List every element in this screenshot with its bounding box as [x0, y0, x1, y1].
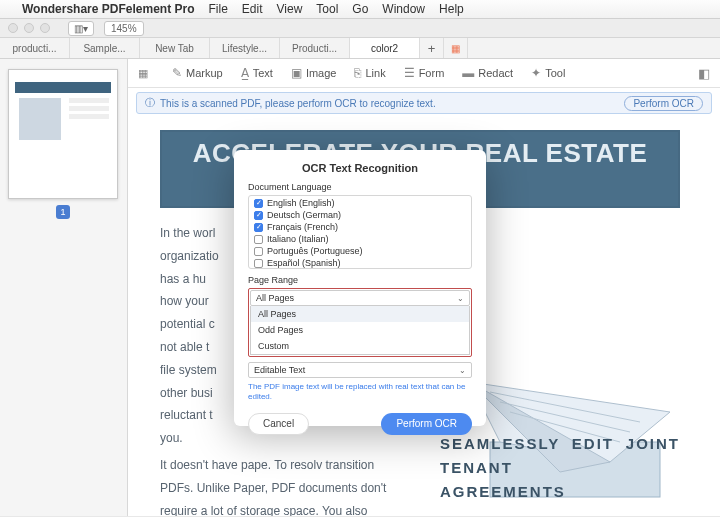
lang-option[interactable]: ✓Deutsch (German): [249, 209, 471, 221]
output-mode-hint: The PDF image text will be replaced with…: [248, 382, 472, 403]
page-thumbnail[interactable]: [8, 69, 118, 199]
redact-icon: ▬: [462, 66, 474, 80]
range-option[interactable]: Custom: [251, 338, 469, 354]
page-range-dropdown: All Pages Odd Pages Custom: [250, 306, 470, 355]
form-icon: ☰: [404, 66, 415, 80]
menu-window[interactable]: Window: [382, 2, 425, 16]
main-toolbar: ▦ ✎Markup A̲Text ▣Image ⎘Link ☰Form ▬Red…: [128, 59, 720, 88]
menu-edit[interactable]: Edit: [242, 2, 263, 16]
ocr-notice-text: This is a scanned PDF, please perform OC…: [160, 98, 436, 109]
tab-doc[interactable]: Lifestyle...: [210, 38, 280, 58]
page-range-select[interactable]: All Pages ⌄: [250, 290, 470, 306]
range-option[interactable]: Odd Pages: [251, 322, 469, 338]
markup-tool[interactable]: ✎Markup: [172, 66, 223, 80]
doc-subhead: SEAMLESSLY EDIT JOINT TENANT AGREEMENTS: [440, 432, 680, 504]
panel-toggle-icon[interactable]: ◧: [698, 66, 710, 81]
ocr-notice-banner: ⓘ This is a scanned PDF, please perform …: [136, 92, 712, 114]
dialog-title: OCR Text Recognition: [248, 162, 472, 174]
menu-view[interactable]: View: [277, 2, 303, 16]
lang-option[interactable]: ✓Français (French): [249, 221, 471, 233]
image-tool[interactable]: ▣Image: [291, 66, 337, 80]
macos-menubar: Wondershare PDFelement Pro File Edit Vie…: [0, 0, 720, 19]
perform-ocr-pill[interactable]: Perform OCR: [624, 96, 703, 111]
range-option[interactable]: All Pages: [251, 306, 469, 322]
cancel-button[interactable]: Cancel: [248, 413, 309, 435]
language-list[interactable]: ✓English (English) ✓Deutsch (German) ✓Fr…: [248, 195, 472, 269]
zoom-level[interactable]: 145%: [104, 21, 144, 36]
app-grid-icon[interactable]: ▦: [444, 38, 468, 58]
app-name[interactable]: Wondershare PDFelement Pro: [22, 2, 195, 16]
document-tabs: producti... Sample... New Tab Lifestyle.…: [0, 38, 720, 59]
redact-tool[interactable]: ▬Redact: [462, 66, 513, 80]
menu-tool[interactable]: Tool: [316, 2, 338, 16]
tab-doc[interactable]: Sample...: [70, 38, 140, 58]
checkbox-icon[interactable]: ✓: [254, 223, 263, 232]
toolbox-icon: ✦: [531, 66, 541, 80]
menu-file[interactable]: File: [209, 2, 228, 16]
lang-option[interactable]: Italiano (Italian): [249, 233, 471, 245]
page-range-label: Page Range: [248, 275, 472, 285]
text-icon: A̲: [241, 66, 249, 80]
chevron-down-icon: ⌄: [457, 294, 464, 303]
pen-icon: ✎: [172, 66, 182, 80]
close-icon[interactable]: [8, 23, 18, 33]
checkbox-icon[interactable]: ✓: [254, 199, 263, 208]
fullscreen-icon[interactable]: [40, 23, 50, 33]
menu-go[interactable]: Go: [352, 2, 368, 16]
minimize-icon[interactable]: [24, 23, 34, 33]
lang-option[interactable]: Español (Spanish): [249, 257, 471, 269]
ocr-dialog: OCR Text Recognition Document Language ✓…: [234, 150, 486, 426]
chevron-down-icon: ⌄: [459, 366, 466, 375]
lang-option[interactable]: ✓English (English): [249, 197, 471, 209]
checkbox-icon[interactable]: [254, 247, 263, 256]
tab-doc-active[interactable]: color2: [350, 38, 420, 58]
lang-option[interactable]: Português (Portuguese): [249, 245, 471, 257]
form-tool[interactable]: ☰Form: [404, 66, 445, 80]
page-number-badge: 1: [56, 205, 70, 219]
link-tool[interactable]: ⎘Link: [354, 66, 385, 80]
tab-doc[interactable]: Producti...: [280, 38, 350, 58]
image-icon: ▣: [291, 66, 302, 80]
text-tool[interactable]: A̲Text: [241, 66, 273, 80]
info-icon: ⓘ: [145, 96, 155, 110]
tab-doc[interactable]: producti...: [0, 38, 70, 58]
lang-section-label: Document Language: [248, 182, 472, 192]
menu-help[interactable]: Help: [439, 2, 464, 16]
sidebar-toggle-icon[interactable]: ▥▾: [68, 21, 94, 36]
checkbox-icon[interactable]: [254, 259, 263, 268]
checkbox-icon[interactable]: [254, 235, 263, 244]
window-titlebar: ▥▾ 145%: [0, 19, 720, 38]
add-tab-button[interactable]: +: [420, 38, 444, 58]
link-icon: ⎘: [354, 66, 361, 80]
perform-ocr-button[interactable]: Perform OCR: [381, 413, 472, 435]
tab-doc[interactable]: New Tab: [140, 38, 210, 58]
page-range-select-highlight: All Pages ⌄ All Pages Odd Pages Custom: [248, 288, 472, 357]
checkbox-icon[interactable]: ✓: [254, 211, 263, 220]
view-grid-icon[interactable]: ▦: [138, 67, 148, 80]
tool-menu[interactable]: ✦Tool: [531, 66, 565, 80]
thumbnail-sidebar: 1: [0, 59, 128, 516]
output-mode-select[interactable]: Editable Text ⌄: [248, 362, 472, 378]
